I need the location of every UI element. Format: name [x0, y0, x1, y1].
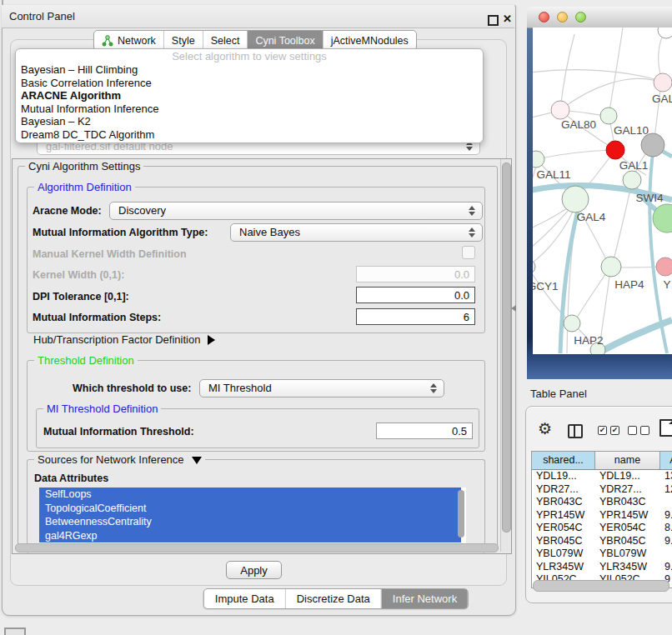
algorithm-option[interactable]: Bayesian – Hill Climbing [16, 63, 483, 77]
attribute-item-selected[interactable]: TopologicalCoefficient [39, 502, 461, 516]
network-graph: GAL GAL80 GAL10 GAL1 GAL11 SWI4 GAL4 GCY… [533, 28, 672, 354]
tab-label: Infer Network [393, 592, 457, 605]
sources-group: Sources for Network Inference Data Attri… [27, 459, 485, 553]
collapsed-panel-chip[interactable] [4, 628, 26, 635]
tab-infer-network[interactable]: Infer Network [381, 589, 468, 608]
mi-steps-field[interactable]: 6 [356, 308, 475, 325]
node-label: GAL10 [614, 124, 649, 137]
tab-cyni-toolbox[interactable]: Cyni Toolbox [247, 31, 322, 50]
tab-label: Discretize Data [297, 592, 370, 605]
node-gray[interactable] [641, 133, 664, 157]
algorithm-option-selected[interactable]: ARACNE Algorithm [16, 89, 483, 102]
columns-icon[interactable] [568, 424, 583, 438]
mi-steps-label: Mutual Information Steps: [33, 312, 161, 323]
settings-horizontal-scrollbar[interactable] [15, 543, 499, 552]
network-icon [102, 35, 113, 47]
tab-impute-data[interactable]: Impute Data [204, 589, 285, 608]
table-row[interactable]: YDL19... YDL19... 13 [532, 470, 672, 483]
network-window-titlebar[interactable] [527, 7, 672, 28]
algorithm-option[interactable]: Mutual Information Inference [16, 102, 483, 116]
aracne-mode-select[interactable]: Discovery [109, 202, 483, 220]
group-title: MI Threshold Definition [43, 402, 161, 415]
table-row[interactable]: YBL079W YBL079W [532, 548, 672, 561]
table-row[interactable]: YBR045C YBR045C 9. [532, 535, 672, 548]
mi-threshold-label: Mutual Information Threshold: [43, 426, 194, 438]
close-traffic-light-icon[interactable] [539, 12, 549, 22]
column-header-cut[interactable]: A [660, 452, 672, 469]
node-salmon[interactable] [656, 258, 672, 276]
table-row[interactable]: YBR043C YBR043C [532, 496, 672, 509]
node-gal-cut[interactable] [654, 73, 672, 92]
select-all-columns-icon[interactable]: ✔ ✔ [598, 426, 619, 435]
algorithm-option[interactable]: Bayesian – K2 [16, 115, 483, 128]
mi-threshold-field[interactable]: 0.5 [376, 422, 473, 439]
data-attributes-list: SelfLoops TopologicalCoefficient Between… [39, 488, 466, 543]
node-gal10[interactable] [600, 108, 617, 124]
attribute-item-selected[interactable]: gal4RGexp [39, 529, 461, 543]
tab-label: Select [211, 35, 240, 47]
node-gal1-selected[interactable] [606, 141, 624, 159]
collapsed-arrow-icon [208, 335, 215, 345]
tab-discretize-data[interactable]: Discretize Data [285, 589, 381, 608]
table-panel: ⚙ ✔ ✔ shared... name A YDL19... YDL19...… [525, 406, 672, 603]
manual-kernel-width-checkbox[interactable] [462, 246, 475, 259]
tab-label: Style [172, 35, 195, 47]
combo-stepper-icon [469, 228, 475, 238]
tab-select[interactable]: Select [203, 31, 248, 50]
table-header-row: shared... name A [532, 452, 672, 470]
algorithm-option[interactable]: Dream8 DC_TDC Algorithm [16, 128, 483, 142]
node-label: Y [663, 278, 670, 291]
float-window-icon[interactable] [488, 15, 499, 26]
node-hap2[interactable] [564, 315, 580, 332]
node-label: GAL11 [536, 168, 570, 181]
node-gal80[interactable] [551, 101, 569, 119]
tab-style[interactable]: Style [163, 31, 203, 50]
aracne-mode-value: Discovery [118, 204, 166, 217]
attribute-item-selected[interactable]: BetweennessCentrality [39, 515, 461, 529]
cyni-algorithm-settings-group: Cyni Algorithm Settings Algorithm Defini… [18, 166, 498, 548]
data-attributes-label: Data Attributes [34, 472, 108, 484]
settings-scrollbar-thumb[interactable] [502, 162, 511, 532]
node-gal4[interactable] [562, 186, 589, 212]
network-canvas[interactable]: GAL GAL80 GAL10 GAL1 GAL11 SWI4 GAL4 GCY… [533, 28, 672, 354]
algorithm-option[interactable]: Basic Correlation Inference [16, 77, 483, 90]
node-unlabeled[interactable] [658, 28, 672, 38]
node-label: GAL1 [619, 159, 649, 172]
node-label: GAL4 [577, 211, 606, 223]
node-label: HAP2 [574, 334, 603, 347]
algorithm-popup-prompt: Select algorithm to view settings [16, 49, 483, 63]
column-header-name[interactable]: name [595, 452, 660, 469]
attribute-item-selected[interactable]: SelfLoops [39, 488, 461, 502]
table-row[interactable]: YER054C YER054C 8. [532, 522, 672, 535]
which-threshold-select[interactable]: MI Threshold [199, 379, 444, 398]
combo-stepper-icon [430, 383, 437, 393]
node-hap4[interactable] [601, 257, 621, 277]
table-row[interactable]: YPR145W YPR145W 9. [532, 509, 672, 522]
column-header-shared-name[interactable]: shared... [532, 452, 595, 469]
gear-icon[interactable]: ⚙ [538, 421, 552, 437]
table-row[interactable]: YLR345W YLR345W 9. [532, 561, 672, 574]
node-gal11[interactable] [533, 151, 544, 168]
dpi-tolerance-field[interactable]: 0.0 [356, 287, 475, 303]
close-icon[interactable]: ✕ [503, 12, 512, 25]
minimize-traffic-light-icon[interactable] [557, 12, 568, 22]
kernel-width-field[interactable]: 0.0 [356, 266, 475, 282]
group-title[interactable]: Sources for Network Inference [34, 453, 205, 466]
node-swi4[interactable] [623, 171, 641, 189]
hub-definition-toggle[interactable]: Hub/Transcription Factor Definition [33, 333, 215, 346]
document-icon[interactable] [659, 419, 672, 437]
tab-network[interactable]: Network [94, 31, 163, 50]
mi-algorithm-type-select[interactable]: Naive Bayes [230, 223, 483, 242]
threshold-definition-group: Threshold Definition Which threshold to … [27, 360, 485, 452]
hub-definition-label: Hub/Transcription Factor Definition [33, 333, 200, 346]
tab-jactivemnodules[interactable]: jActiveMNodules [323, 31, 416, 50]
control-panel-title: Control Panel [9, 10, 75, 22]
list-scrollbar[interactable] [458, 490, 464, 538]
node-label: GAL [652, 92, 672, 105]
apply-button[interactable]: Apply [226, 561, 282, 579]
zoom-traffic-light-icon[interactable] [575, 12, 586, 22]
dpi-tolerance-label: DPI Tolerance [0,1]: [33, 291, 129, 302]
table-horizontal-scrollbar[interactable] [533, 580, 669, 592]
unselect-all-columns-icon[interactable] [628, 426, 649, 435]
table-row[interactable]: YDR27... YDR27... 12 [532, 483, 672, 497]
